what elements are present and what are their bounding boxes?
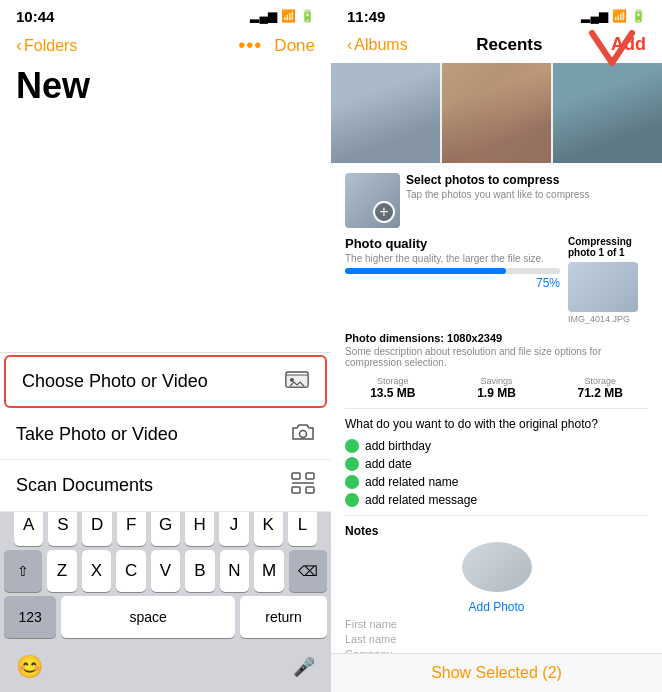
status-bar-right: 11:49 ▂▄▆ 📶 🔋 (331, 0, 662, 30)
more-options-button[interactable]: ••• (238, 34, 262, 57)
choose-photo-item[interactable]: Choose Photo or Video (4, 355, 327, 408)
divider-2 (345, 515, 648, 516)
question-text: What do you want to do with the original… (345, 417, 648, 431)
quality-subtitle: The higher the quality, the larger the f… (345, 253, 560, 264)
scan-icon (291, 472, 315, 499)
notes-body[interactable] (0, 119, 331, 379)
battery-icon-right: 🔋 (631, 9, 646, 23)
quality-section: Photo quality The higher the quality, th… (345, 236, 648, 324)
key-numbers[interactable]: 123 (4, 596, 56, 638)
key-z[interactable]: Z (47, 550, 76, 592)
option-dot-3 (345, 475, 359, 489)
compression-status: Compressing photo 1 of 1 (568, 236, 648, 258)
key-shift[interactable]: ⇧ (4, 550, 42, 592)
key-return[interactable]: return (240, 596, 327, 638)
dimensions-label: Photo dimensions: 1080x2349 (345, 332, 648, 344)
key-row-3: ⇧ Z X C V B N M ⌫ (4, 550, 327, 592)
option-add-birthday[interactable]: add birthday (345, 439, 648, 453)
time-right: 11:49 (347, 8, 385, 25)
back-button-right[interactable]: ‹ Albums (347, 36, 408, 54)
emoji-icon[interactable]: 😊 (16, 654, 43, 680)
photo-grid-area: + Select photos to compress Tap the phot… (331, 63, 662, 653)
option-add-related-message[interactable]: add related message (345, 493, 648, 507)
svg-point-3 (300, 431, 307, 438)
select-title: Select photos to compress (406, 173, 648, 187)
notes-section-label: Notes (345, 524, 648, 538)
wifi-icon: 📶 (281, 9, 296, 23)
lastname-label: Last name (345, 633, 415, 645)
photo-thumb-2[interactable] (442, 63, 551, 168)
dimensions-sub: Some description about resolution and fi… (345, 346, 648, 368)
chevron-left-right-icon: ‹ (347, 36, 352, 54)
key-v[interactable]: V (151, 550, 180, 592)
stat-compressed-label: Savings (449, 376, 545, 386)
add-photo-badge[interactable]: + (373, 201, 395, 223)
left-panel: 10:44 ▂▄▆ 📶 🔋 ‹ Folders ••• Done New Cho… (0, 0, 331, 692)
option-add-related-name[interactable]: add related name (345, 475, 648, 489)
nav-right-icons: ••• Done (238, 34, 315, 57)
done-button[interactable]: Done (274, 36, 315, 56)
stats-row: Storage 13.5 MB Savings 1.9 MB Storage 7… (345, 376, 648, 400)
key-m[interactable]: M (254, 550, 283, 592)
option-dot-1 (345, 439, 359, 453)
back-label-right: Albums (354, 36, 407, 54)
microphone-icon[interactable]: 🎤 (293, 656, 315, 678)
compression-filename: IMG_4014.JPG (568, 314, 648, 324)
firstname-label: First name (345, 618, 415, 630)
option-label-3: add related name (365, 475, 458, 489)
status-icons-right: ▂▄▆ 📶 🔋 (581, 9, 646, 23)
show-selected-text: Show Selected (2) (431, 664, 562, 681)
key-delete[interactable]: ⌫ (289, 550, 327, 592)
scan-docs-label: Scan Documents (16, 475, 153, 496)
photo-library-icon (285, 369, 309, 394)
battery-icon: 🔋 (300, 9, 315, 23)
select-subtitle: Tap the photos you want like to compress (406, 189, 648, 200)
nav-bar-left: ‹ Folders ••• Done (0, 30, 331, 65)
photo-thumb-1[interactable] (331, 63, 440, 168)
take-photo-item[interactable]: Take Photo or Video (0, 410, 331, 460)
bottom-bar-left: 😊 🎤 (0, 648, 331, 692)
stat-compressed-value: 1.9 MB (449, 386, 545, 400)
camera-icon (291, 422, 315, 447)
stat-original-label: Storage (345, 376, 441, 386)
svg-rect-7 (306, 487, 314, 493)
right-panel: 11:49 ▂▄▆ 📶 🔋 ‹ Albums Recents Add (331, 0, 662, 692)
option-dot-2 (345, 457, 359, 471)
add-photo-contact[interactable]: Add Photo (345, 600, 648, 614)
attachment-menu: Choose Photo or Video Take Photo or Vide… (0, 352, 331, 512)
contact-field-firstname: First name (345, 618, 648, 630)
signal-icon-right: ▂▄▆ (581, 9, 608, 23)
wifi-icon-right: 📶 (612, 9, 627, 23)
key-x[interactable]: X (82, 550, 111, 592)
option-add-date[interactable]: add date (345, 457, 648, 471)
back-button-left[interactable]: ‹ Folders (16, 35, 77, 56)
show-selected-bar[interactable]: Show Selected (2) (331, 653, 662, 692)
status-icons-left: ▂▄▆ 📶 🔋 (250, 9, 315, 23)
quality-left: Photo quality The higher the quality, th… (345, 236, 560, 324)
note-title[interactable]: New (0, 65, 331, 119)
svg-rect-4 (292, 473, 300, 479)
key-n[interactable]: N (220, 550, 249, 592)
stat-compressed: Savings 1.9 MB (449, 376, 545, 400)
svg-rect-5 (306, 473, 314, 479)
key-space[interactable]: space (61, 596, 235, 638)
quality-bar-container[interactable] (345, 268, 560, 274)
svg-point-2 (290, 378, 294, 382)
chevron-left-icon: ‹ (16, 35, 22, 56)
scan-docs-item[interactable]: Scan Documents (0, 460, 331, 512)
contact-field-lastname: Last name (345, 633, 648, 645)
select-photos-text: Select photos to compress Tap the photos… (406, 173, 648, 228)
signal-icon: ▂▄▆ (250, 9, 277, 23)
back-label-left: Folders (24, 37, 77, 55)
quality-percent: 75% (345, 276, 560, 290)
option-label-4: add related message (365, 493, 477, 507)
key-c[interactable]: C (116, 550, 145, 592)
stat-total-value: 71.2 MB (552, 386, 648, 400)
key-b[interactable]: B (185, 550, 214, 592)
take-photo-label: Take Photo or Video (16, 424, 178, 445)
time-left: 10:44 (16, 8, 54, 25)
divider (345, 408, 648, 409)
option-label-1: add birthday (365, 439, 431, 453)
company-label: Company (345, 648, 415, 653)
choose-photo-label: Choose Photo or Video (22, 371, 208, 392)
